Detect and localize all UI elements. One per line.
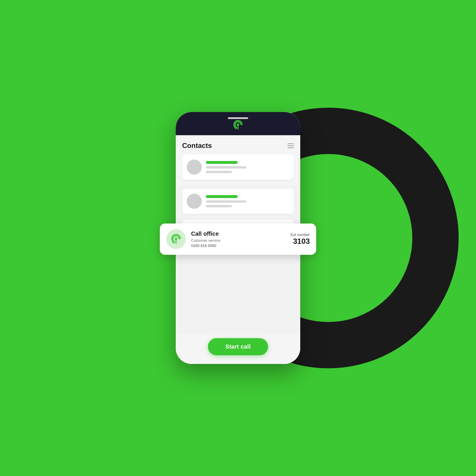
featured-info: Call office Customer service 0330 818 50… [191,230,285,248]
contacts-header: Contacts [182,142,294,150]
contact-card-2[interactable] [182,188,294,214]
contact-lines-2 [206,195,246,207]
menu-icon[interactable] [288,143,294,148]
menu-line-1 [288,143,294,144]
featured-contact-phone: 0330 818 5000 [191,244,285,248]
menu-line-2 [288,145,294,146]
contact-avatar-2 [187,194,202,209]
featured-avatar-logo [170,233,182,245]
start-call-button[interactable]: Start call [208,338,268,355]
contact-name-line-2 [206,195,238,198]
logo-icon [232,119,244,131]
featured-avatar [166,229,186,249]
contacts-list [176,186,300,334]
contacts-title: Contacts [182,142,212,150]
featured-contact-name: Call office [191,230,285,237]
contacts-section: Contacts [176,135,300,186]
featured-card-wrapper: Call office Customer service 0330 818 50… [160,224,316,255]
featured-ext-number: 3103 [291,237,310,246]
contact-avatar-1 [187,160,202,175]
contact-detail-line-2b [206,205,232,207]
contact-card-1[interactable] [182,154,294,180]
contact-name-line-1 [206,161,238,164]
featured-ext: Ext number 3103 [291,232,310,246]
contact-detail-line-1b [206,171,232,173]
phone-speaker [228,117,248,119]
app-logo [232,119,244,131]
contact-detail-line-1a [206,166,246,169]
featured-contact-subtitle: Customer service [191,238,285,243]
app-header [176,112,300,135]
contact-detail-line-2a [206,200,246,203]
featured-contact-card[interactable]: Call office Customer service 0330 818 50… [160,224,316,255]
bottom-area: Start call [176,334,300,364]
phone-mockup: Contacts [176,112,300,364]
featured-ext-label: Ext number [291,232,310,237]
menu-line-3 [288,147,294,148]
contact-lines-1 [206,161,246,173]
